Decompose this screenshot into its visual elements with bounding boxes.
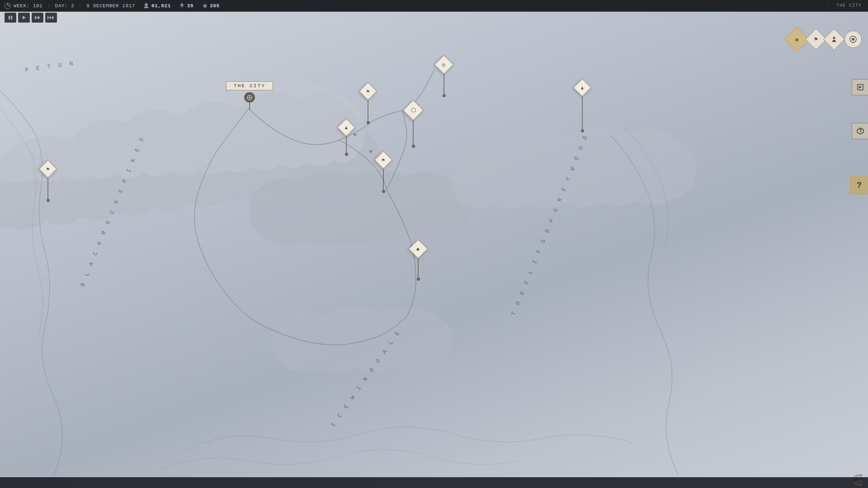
svg-marker-10 xyxy=(47,16,49,19)
top-bar-right: | THE CITY xyxy=(821,3,868,8)
fast-forward-button[interactable] xyxy=(32,13,43,23)
map-view-person-button[interactable] xyxy=(823,28,845,50)
workers-value: 01,821 xyxy=(151,3,171,9)
wood-value: 35 xyxy=(187,3,193,9)
city-tower-base xyxy=(249,102,250,110)
workers-group: 01,821 xyxy=(143,3,171,9)
marker-flag-1[interactable]: ⚑ xyxy=(362,85,374,124)
week-display: WEEK: 101 xyxy=(14,3,42,9)
marker-resource-1[interactable]: ⬡ xyxy=(406,103,420,148)
top-bar: WEEK: 101 | DAY: 2 | 9 DECEMBER 1917 01,… xyxy=(0,0,868,12)
marker-person-1[interactable]: ♟ xyxy=(340,121,353,156)
edge-icon-scroll[interactable] xyxy=(852,79,868,95)
separator-2: | xyxy=(79,3,82,9)
svg-marker-9 xyxy=(38,16,40,19)
wood-icon xyxy=(179,3,185,9)
marker-flag-2[interactable]: ⚑ xyxy=(377,154,390,193)
city-marker[interactable]: THE CITY xyxy=(226,81,273,110)
play-button[interactable] xyxy=(18,13,30,23)
svg-marker-8 xyxy=(35,16,37,19)
help-button[interactable]: ? xyxy=(850,176,868,194)
right-edge-icons xyxy=(852,79,868,139)
playback-controls xyxy=(5,13,57,23)
marker-flag-3[interactable]: ⚑ xyxy=(42,163,54,202)
svg-marker-12 xyxy=(52,16,54,19)
svg-point-13 xyxy=(833,37,835,39)
marker-gem-1[interactable]: ◆ xyxy=(411,242,425,281)
svg-point-20 xyxy=(857,482,859,484)
marker-outpost-1[interactable]: ◎ xyxy=(437,58,451,97)
svg-marker-11 xyxy=(50,16,52,19)
city-tower xyxy=(243,92,256,110)
clock-icon xyxy=(5,3,11,9)
map-view-circle-button[interactable] xyxy=(844,31,862,48)
right-separator: | xyxy=(828,3,831,8)
top-bar-left: WEEK: 101 | DAY: 2 | 9 DECEMBER 1917 01,… xyxy=(0,3,821,9)
svg-rect-6 xyxy=(11,16,12,19)
wood-group: 35 xyxy=(179,3,193,9)
food-value: 205 xyxy=(210,3,219,9)
svg-rect-5 xyxy=(9,16,10,19)
date-display: 9 DECEMBER 1917 xyxy=(87,3,135,9)
city-label: THE CITY xyxy=(226,81,273,90)
svg-point-18 xyxy=(860,132,861,133)
food-icon xyxy=(202,3,208,9)
separator-1: | xyxy=(47,3,50,9)
city-tower-top xyxy=(244,92,255,103)
fastest-button[interactable] xyxy=(45,13,57,23)
terrain-overlay xyxy=(0,0,868,488)
bottom-bar-icon xyxy=(854,479,863,487)
svg-point-1 xyxy=(354,133,356,136)
svg-point-3 xyxy=(249,97,250,99)
svg-marker-7 xyxy=(23,16,26,19)
pause-button[interactable] xyxy=(5,13,16,23)
city-title-display: THE CITY xyxy=(836,3,862,8)
edge-icon-quest[interactable] xyxy=(852,123,868,139)
svg-point-0 xyxy=(369,150,372,153)
marker-person-2[interactable]: ♟ xyxy=(576,81,589,132)
bottom-bar xyxy=(0,477,868,488)
svg-point-15 xyxy=(852,38,854,41)
workers-icon xyxy=(143,3,150,9)
question-mark: ? xyxy=(857,181,862,190)
day-display: DAY: 2 xyxy=(55,3,75,9)
food-group: 205 xyxy=(202,3,219,9)
top-right-icons: ◈ ⚑ xyxy=(788,31,862,48)
